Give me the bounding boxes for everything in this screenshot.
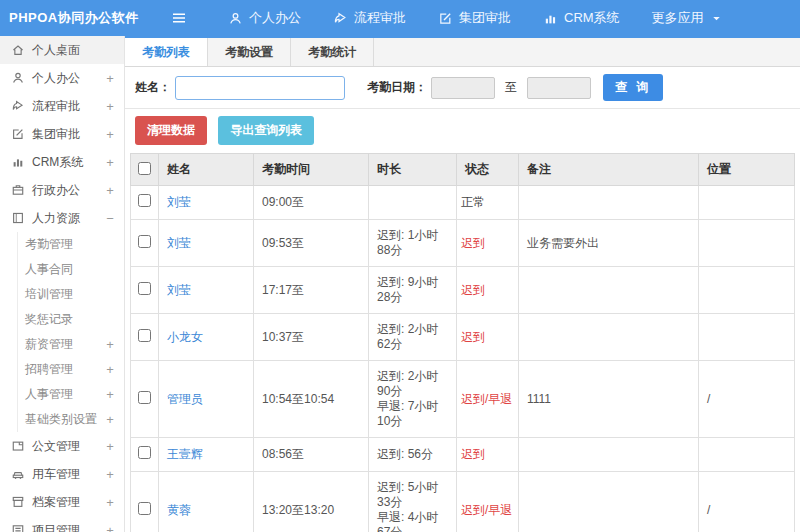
user-icon	[228, 11, 243, 26]
sidebar-item[interactable]: 个人桌面	[0, 36, 124, 64]
duration-line: 迟到: 1小时88分	[377, 228, 448, 258]
tab-item[interactable]: 考勤统计	[291, 38, 374, 66]
cell-checkbox	[131, 220, 159, 267]
expand-toggle[interactable]: +	[104, 467, 116, 482]
caret-down-icon	[710, 12, 723, 25]
cell-status: 迟到/早退	[457, 361, 519, 438]
employee-name-link[interactable]: 刘莹	[167, 195, 191, 209]
sidebar-subitem[interactable]: 基础类别设置+	[18, 407, 124, 432]
sidebar-item-label: 奖惩记录	[25, 311, 116, 328]
expand-toggle[interactable]: −	[104, 211, 116, 226]
sidebar-item[interactable]: CRM系统+	[0, 148, 124, 176]
expand-toggle[interactable]: +	[104, 362, 116, 377]
sidebar-item[interactable]: 档案管理+	[0, 488, 124, 516]
expand-toggle[interactable]: +	[104, 412, 116, 427]
employee-name-link[interactable]: 管理员	[167, 392, 203, 406]
sidebar-subitem[interactable]: 招聘管理+	[18, 357, 124, 382]
employee-name-link[interactable]: 刘莹	[167, 283, 191, 297]
row-checkbox[interactable]	[138, 235, 151, 248]
select-all-checkbox[interactable]	[138, 162, 151, 175]
expand-toggle[interactable]: +	[104, 127, 116, 142]
sidebar-item[interactable]: 集团审批+	[0, 120, 124, 148]
sidebar-item[interactable]: 行政办公+	[0, 176, 124, 204]
cell-status: 正常	[457, 186, 519, 220]
cell-note	[519, 438, 699, 472]
nav-item[interactable]: 流程审批	[317, 0, 422, 36]
cell-attendance-time: 09:53至	[254, 220, 369, 267]
search-button[interactable]: 查 询	[603, 74, 663, 101]
expand-toggle[interactable]: +	[104, 387, 116, 402]
sidebar-subitem[interactable]: 人事合同	[18, 257, 124, 282]
expand-toggle[interactable]: +	[104, 337, 116, 352]
sidebar-item-label: 薪资管理	[25, 336, 104, 353]
sidebar-item[interactable]: 用车管理+	[0, 460, 124, 488]
top-header: PHPOA协同办公软件 个人办公流程审批集团审批CRM系统更多应用	[0, 0, 800, 36]
cell-duration: 迟到: 1小时88分	[369, 220, 457, 267]
sidebar-item-label: 行政办公	[32, 182, 104, 199]
cell-name: 王壹辉	[159, 438, 254, 472]
date-to-input[interactable]	[527, 77, 591, 99]
expand-toggle[interactable]: +	[104, 99, 116, 114]
row-checkbox[interactable]	[138, 329, 151, 342]
date-from-input[interactable]	[431, 77, 495, 99]
nav-item-label: CRM系统	[564, 9, 620, 27]
sidebar-item-label: 档案管理	[32, 494, 104, 511]
tab-active[interactable]: 考勤列表	[125, 38, 208, 66]
sidebar-item-label: 人事管理	[25, 386, 104, 403]
sidebar-subitem[interactable]: 奖惩记录	[18, 307, 124, 332]
cell-note: 1111	[519, 361, 699, 438]
name-input[interactable]	[175, 76, 345, 100]
cell-name: 小龙女	[159, 314, 254, 361]
sidebar-item[interactable]: 人力资源−	[0, 204, 124, 232]
cell-status: 迟到	[457, 438, 519, 472]
status-badge: 迟到	[461, 330, 485, 344]
table-row: 刘莹09:00至正常	[131, 186, 795, 220]
sidebar-subitem[interactable]: 培训管理	[18, 282, 124, 307]
sidebar-item[interactable]: 项目管理+	[0, 516, 124, 532]
expand-toggle[interactable]: +	[104, 71, 116, 86]
name-label: 姓名：	[135, 79, 171, 96]
row-checkbox[interactable]	[138, 282, 151, 295]
export-list-button[interactable]: 导出查询列表	[218, 116, 314, 145]
sidebar-item[interactable]: 公文管理+	[0, 432, 124, 460]
cell-status: 迟到/早退	[457, 472, 519, 532]
employee-name-link[interactable]: 刘莹	[167, 236, 191, 250]
nav-item[interactable]: 个人办公	[212, 0, 317, 36]
duration-line: 迟到: 56分	[377, 447, 448, 462]
employee-name-link[interactable]: 黄蓉	[167, 503, 191, 517]
sidebar-item-label: 培训管理	[25, 286, 116, 303]
cell-attendance-time: 09:00至	[254, 186, 369, 220]
row-checkbox[interactable]	[138, 391, 151, 404]
sidebar: 个人桌面个人办公+流程审批+集团审批+CRM系统+行政办公+人力资源−考勤管理人…	[0, 36, 125, 532]
expand-toggle[interactable]: +	[104, 495, 116, 510]
cell-duration: 迟到: 2小时62分	[369, 314, 457, 361]
sidebar-item-label: 考勤管理	[25, 236, 116, 253]
nav-item[interactable]: 集团审批	[422, 0, 527, 36]
row-checkbox[interactable]	[138, 194, 151, 207]
status-badge: 正常	[461, 195, 485, 209]
sidebar-subitem[interactable]: 考勤管理	[18, 232, 124, 257]
expand-toggle[interactable]: +	[104, 523, 116, 532]
employee-name-link[interactable]: 王壹辉	[167, 447, 203, 461]
sidebar-subitem[interactable]: 薪资管理+	[18, 332, 124, 357]
status-badge: 迟到	[461, 447, 485, 461]
sidebar-item[interactable]: 个人办公+	[0, 64, 124, 92]
cell-attendance-time: 08:56至	[254, 438, 369, 472]
row-checkbox[interactable]	[138, 502, 151, 515]
employee-name-link[interactable]: 小龙女	[167, 330, 203, 344]
expand-toggle[interactable]: +	[104, 183, 116, 198]
expand-toggle[interactable]: +	[104, 155, 116, 170]
hamburger-menu-icon[interactable]	[162, 10, 196, 26]
expand-toggle[interactable]: +	[104, 439, 116, 454]
tab-item[interactable]: 考勤设置	[208, 38, 291, 66]
nav-item[interactable]: 更多应用	[636, 0, 739, 36]
row-checkbox[interactable]	[138, 446, 151, 459]
nav-item[interactable]: CRM系统	[527, 0, 636, 36]
cell-note: 业务需要外出	[519, 220, 699, 267]
top-nav: 个人办公流程审批集团审批CRM系统更多应用	[212, 0, 739, 36]
cell-note	[519, 472, 699, 532]
sidebar-item[interactable]: 流程审批+	[0, 92, 124, 120]
clean-data-button[interactable]: 清理数据	[135, 116, 207, 145]
sidebar-subitem[interactable]: 人事管理+	[18, 382, 124, 407]
column-header: 备注	[519, 154, 699, 186]
